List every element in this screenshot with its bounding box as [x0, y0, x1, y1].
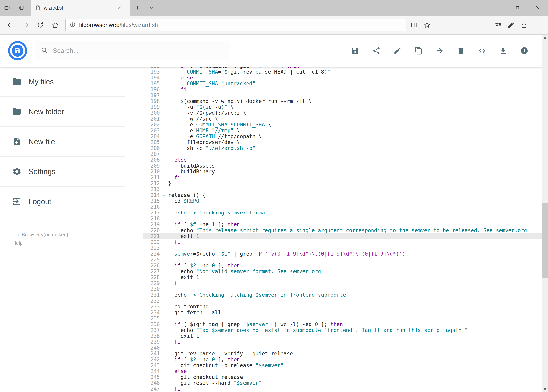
reading-view-icon[interactable] — [408, 18, 421, 33]
code-line[interactable]: 210 buildBinary — [143, 169, 542, 175]
address-bar[interactable]: filebrowser.web/files/wizard.sh — [65, 19, 406, 31]
code-line[interactable]: 199 -u "$(id -u)" \ — [143, 104, 542, 110]
code-line[interactable]: 226 if [ $? -ne 0 ]; then — [143, 263, 542, 268]
maximize-button[interactable] — [507, 0, 528, 16]
search-box[interactable] — [35, 41, 230, 61]
sidebar-item-settings[interactable]: Settings — [0, 157, 143, 187]
tab-close-icon[interactable] — [112, 6, 126, 10]
close-window-button[interactable] — [528, 0, 548, 16]
share-page-icon[interactable] — [518, 18, 530, 33]
code-line[interactable]: 231 echo "> Checking matching $semver in… — [143, 292, 542, 298]
code-line[interactable]: 236 if [ $(git tag | grep "$semver" | wc… — [143, 321, 542, 327]
code-line[interactable]: 241 git rev-parse --verify --quiet relea… — [143, 351, 542, 357]
fold-marker-icon[interactable]: ▾ — [160, 192, 168, 198]
scrollbar-thumb[interactable] — [542, 203, 548, 278]
code-line[interactable]: 216 — [143, 204, 542, 210]
search-input[interactable] — [53, 47, 225, 54]
help-link[interactable]: Help — [13, 240, 143, 246]
code-line[interactable]: 194 else — [143, 75, 542, 81]
code-line[interactable]: 247 fi — [143, 386, 542, 392]
code-line[interactable]: 204 -e GOPATH=//tmp/gopath \ — [143, 133, 542, 139]
source-code-icon[interactable] — [476, 44, 488, 57]
code-line[interactable]: 209 buildAssets — [143, 163, 542, 169]
code-line[interactable]: 235 — [143, 315, 542, 321]
code-line[interactable]: 218 — [143, 216, 542, 222]
code-line[interactable]: 230 — [143, 286, 542, 292]
minimize-button[interactable] — [487, 0, 507, 16]
code-line[interactable]: 224 semver=$(echo "$1" | grep -P '^v(0|[… — [143, 251, 542, 257]
favorite-star-icon[interactable] — [421, 18, 434, 33]
code-line[interactable]: 223 — [143, 245, 542, 251]
code-line[interactable]: 219 if [ $# -ne 1 ]; then — [143, 222, 542, 227]
tab-preview-icon[interactable] — [0, 0, 14, 16]
sidebar-item-new-folder[interactable]: New folder — [0, 97, 143, 127]
code-line[interactable]: 198 $(command -v winpty) docker run --rm… — [143, 98, 542, 104]
code-line[interactable]: 203 -e HOME="//tmp" \ — [143, 128, 542, 133]
scroll-up-icon[interactable] — [542, 35, 548, 41]
refresh-button[interactable] — [33, 18, 48, 33]
new-tab-button[interactable] — [130, 0, 144, 16]
code-line[interactable]: 227 echo "Not valid semver format. See s… — [143, 268, 542, 274]
rename-pencil-icon[interactable] — [391, 44, 404, 57]
browser-tab[interactable]: wizard.sh — [31, 0, 130, 16]
code-line[interactable]: 239 fi — [143, 339, 542, 345]
home-button[interactable] — [48, 18, 62, 33]
copy-icon[interactable] — [412, 44, 425, 57]
site-info-icon[interactable] — [70, 22, 76, 28]
code-line[interactable]: 242 if [ $? -ne 0 ]; then — [143, 357, 542, 363]
code-line[interactable]: 207 — [143, 151, 542, 157]
filebrowser-logo[interactable] — [8, 41, 28, 61]
code-line[interactable]: 213 — [143, 186, 542, 192]
sidebar-item-new-file[interactable]: New file — [0, 127, 143, 157]
delete-trash-icon[interactable] — [455, 44, 467, 57]
code-line[interactable]: 217 echo "> Checking semver format" — [143, 210, 542, 216]
code-line[interactable]: 201 -w //src \ — [143, 116, 542, 122]
code-line[interactable]: 238 exit 1 — [143, 333, 542, 339]
save-icon[interactable] — [349, 44, 361, 57]
code-line[interactable]: 197 — [143, 92, 542, 98]
code-line[interactable]: 243 git checkout -b release "$semver" — [143, 363, 542, 368]
tab-list-chevron-icon[interactable] — [144, 0, 159, 16]
code-line[interactable]: 221 exit 1 — [143, 233, 542, 239]
back-button[interactable] — [3, 18, 18, 33]
code-line[interactable]: 214▾release () { — [143, 192, 542, 198]
code-line[interactable]: 244 else — [143, 368, 542, 374]
code-line[interactable]: 246 git reset --hard "$semver" — [143, 380, 542, 386]
move-arrow-icon[interactable] — [434, 44, 446, 57]
code-line[interactable]: 196 fi — [143, 86, 542, 92]
code-line[interactable]: 212} — [143, 181, 542, 186]
code-line[interactable]: 200 -v /$(pwd):/src:z \ — [143, 110, 542, 116]
code-line[interactable]: 240 — [143, 345, 542, 351]
code-line[interactable]: 220 echo "This release script requires a… — [143, 227, 542, 233]
sidebar-item-my-files[interactable]: My files — [0, 67, 143, 97]
code-line[interactable]: 215 cd $REPO — [143, 198, 542, 204]
code-line[interactable]: 195 COMMIT_SHA="untracked" — [143, 81, 542, 86]
code-line[interactable]: 237 echo "Tag $semver does not exist in … — [143, 327, 542, 333]
code-line[interactable]: 211 fi — [143, 175, 542, 181]
code-line[interactable]: 232 — [143, 298, 542, 304]
code-editor[interactable]: 192 if [ "$(command -v git)" != "" ]; th… — [143, 67, 542, 392]
code-line[interactable]: 233 cd frontend — [143, 304, 542, 310]
code-line[interactable]: 245 git checkout release — [143, 374, 542, 380]
code-line[interactable]: 206 sh -c "./wizard.sh -b" — [143, 145, 542, 151]
download-icon[interactable] — [497, 44, 509, 57]
ellipsis-menu-icon[interactable] — [530, 18, 543, 33]
code-line[interactable]: 229 fi — [143, 280, 542, 286]
vertical-scrollbar[interactable] — [542, 35, 548, 392]
code-line[interactable]: 208 else — [143, 157, 542, 163]
tabs-aside-icon[interactable] — [14, 0, 28, 16]
web-note-pen-icon[interactable] — [505, 18, 518, 33]
code-line[interactable]: 234 git fetch --all — [143, 310, 542, 315]
code-line[interactable]: 228 exit 1 — [143, 274, 542, 280]
sidebar-item-logout[interactable]: Logout — [0, 187, 143, 217]
code-line[interactable]: 193 COMMIT_SHA="$(git rev-parse HEAD | c… — [143, 69, 542, 75]
code-line[interactable]: 222 fi — [143, 239, 542, 245]
hub-favorites-icon[interactable] — [492, 18, 505, 33]
info-icon[interactable] — [518, 44, 531, 57]
code-line[interactable]: 225 — [143, 257, 542, 263]
scroll-down-icon[interactable] — [542, 386, 548, 392]
share-icon[interactable] — [370, 44, 383, 57]
forward-button[interactable] — [18, 18, 33, 33]
code-line[interactable]: 202 -e COMMIT_SHA=$COMMIT_SHA \ — [143, 122, 542, 128]
code-line[interactable]: 205 filebrowser/dev \ — [143, 139, 542, 145]
